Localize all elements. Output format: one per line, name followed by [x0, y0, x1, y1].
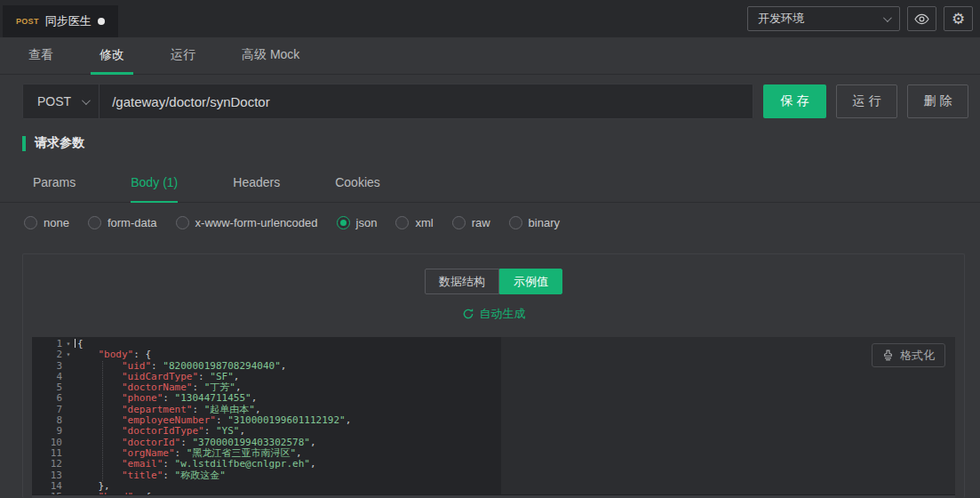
indent-guide: [102, 361, 103, 481]
radio-icon: [24, 216, 37, 229]
text-cursor: [75, 339, 76, 348]
fold-spacer: [62, 426, 75, 437]
radio-icon: [509, 216, 522, 229]
auto-generate-label: 自动生成: [480, 306, 526, 322]
method-select[interactable]: POST: [23, 84, 100, 118]
fold-spacer: [62, 393, 75, 404]
page-tabs: 查看修改运行高级 Mock: [0, 37, 980, 75]
fold-spacer: [62, 405, 75, 415]
request-tab[interactable]: POST 同步医生: [3, 5, 118, 37]
preview-eye-button[interactable]: [907, 6, 936, 31]
top-bar: POST 同步医生 开发环境 ⚙: [0, 0, 980, 37]
editor-scrollbar[interactable]: [32, 494, 955, 498]
toggle-example-value[interactable]: 示例值: [499, 269, 562, 294]
fold-spacer: [62, 372, 75, 382]
request-row: POST 保 存 运 行 删 除: [22, 84, 968, 119]
fold-spacer: [62, 481, 75, 492]
fold-spacer: [62, 448, 75, 459]
code-pane[interactable]: 1▾{2▾ "body": {3 "uid": "820000198708294…: [32, 337, 501, 494]
auto-generate-link[interactable]: 自动生成: [23, 306, 964, 322]
environment-select[interactable]: 开发环境: [747, 6, 900, 31]
chevron-down-icon: [883, 13, 892, 22]
body-type-form-data[interactable]: form-data: [88, 216, 157, 229]
delete-button[interactable]: 删 除: [907, 84, 968, 118]
radio-icon: [395, 216, 409, 229]
environment-label: 开发环境: [758, 11, 804, 27]
settings-gear-button[interactable]: ⚙: [944, 6, 973, 31]
method-badge: POST: [16, 17, 39, 26]
json-editor: 1▾{2▾ "body": {3 "uid": "820000198708294…: [32, 337, 955, 494]
fold-arrow-icon[interactable]: ▾: [62, 349, 75, 360]
line-number: 13: [32, 470, 62, 481]
format-icon: [882, 349, 894, 361]
body-type-xml[interactable]: xml: [395, 216, 433, 229]
nav-tab-run[interactable]: 运行: [162, 37, 204, 75]
tab-params[interactable]: Params: [33, 175, 76, 203]
fold-spacer: [62, 438, 75, 448]
nav-tab-advanced-mock[interactable]: 高级 Mock: [233, 37, 308, 75]
url-bar: POST: [22, 84, 753, 119]
line-number: 12: [32, 459, 62, 470]
tab-label: Cookies: [335, 175, 380, 189]
request-params-heading: 请求参数: [22, 135, 980, 151]
radio-icon: [337, 216, 350, 229]
line-number: 9: [32, 426, 62, 437]
url-input[interactable]: [100, 94, 753, 109]
fold-spacer: [62, 382, 75, 393]
body-type-binary[interactable]: binary: [509, 216, 560, 229]
topbar-actions: 开发环境 ⚙: [747, 0, 980, 37]
tab-label: Body: [131, 175, 159, 189]
radio-label: xml: [415, 216, 433, 229]
radio-icon: [452, 216, 466, 229]
nav-tab-modify[interactable]: 修改: [91, 37, 133, 75]
line-number: 6: [32, 393, 62, 404]
body-type-json[interactable]: json: [337, 216, 378, 229]
line-number: 2: [32, 349, 62, 360]
tab-label: Headers: [233, 175, 280, 189]
chevron-down-icon: [82, 96, 91, 105]
tab-count-badge: (1): [163, 175, 178, 189]
schema-example-toggle: 数据结构 示例值: [23, 269, 964, 294]
unsaved-dot-icon: [98, 18, 105, 25]
tab-body[interactable]: Body(1): [131, 175, 178, 203]
tab-label: Params: [33, 175, 76, 189]
body-editor-panel: 数据结构 示例值 自动生成 1▾{2▾ "body": {3 "uid": "8…: [22, 253, 965, 498]
radio-dot-icon: [340, 220, 347, 226]
radio-icon: [176, 216, 189, 229]
fold-spacer: [62, 459, 75, 470]
section-title: 请求参数: [35, 135, 84, 151]
request-section-tabs: ParamsBody(1)HeadersCookies: [0, 175, 980, 203]
radio-label: none: [44, 216, 69, 229]
editor-right-pane: 格式化: [501, 337, 955, 494]
radio-label: raw: [472, 216, 490, 229]
radio-label: form-data: [108, 216, 157, 229]
radio-label: json: [356, 216, 378, 229]
tab-cookies[interactable]: Cookies: [335, 175, 380, 203]
run-button[interactable]: 运 行: [836, 84, 897, 118]
tab-headers[interactable]: Headers: [233, 175, 280, 203]
body-type-none[interactable]: none: [24, 216, 69, 229]
radio-label: x-www-form-urlencoded: [195, 216, 318, 229]
fold-arrow-icon[interactable]: ▾: [62, 339, 75, 349]
body-type-raw[interactable]: raw: [452, 216, 490, 229]
save-button[interactable]: 保 存: [763, 84, 826, 118]
toggle-data-structure[interactable]: 数据结构: [425, 269, 499, 294]
accent-bar: [22, 136, 26, 151]
body-type-options: noneform-datax-www-form-urlencodedjsonxm…: [24, 216, 980, 229]
eye-icon: [913, 12, 930, 26]
format-label: 格式化: [900, 348, 935, 364]
format-button[interactable]: 格式化: [872, 343, 945, 367]
fold-spacer: [62, 470, 75, 481]
gear-icon: ⚙: [952, 12, 965, 27]
refresh-icon: [462, 308, 474, 320]
tab-title: 同步医生: [45, 13, 92, 29]
radio-label: binary: [529, 216, 560, 229]
nav-tab-view[interactable]: 查看: [20, 37, 62, 75]
method-label: POST: [37, 94, 71, 108]
body-type-x-www-form-urlencoded[interactable]: x-www-form-urlencoded: [176, 216, 318, 229]
fold-spacer: [62, 361, 75, 372]
fold-spacer: [62, 415, 75, 426]
radio-icon: [88, 216, 101, 229]
